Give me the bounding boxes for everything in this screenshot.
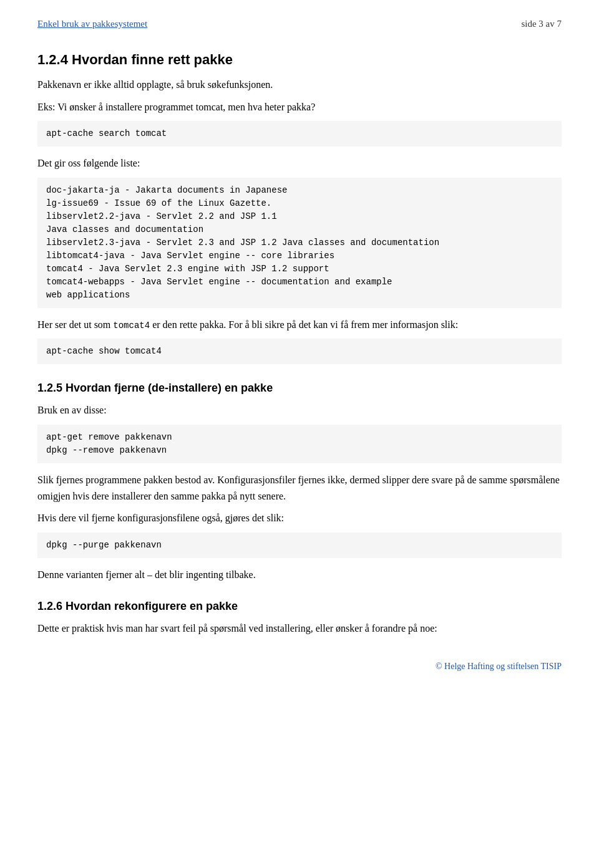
tomcat4-inline: tomcat4 [113, 321, 150, 330]
document-title: Enkel bruk av pakkesystemet [37, 19, 147, 29]
section-124-para2: Eks: Vi ønsker å installere programmet t… [37, 99, 562, 115]
footer-text: © Helge Hafting og stiftelsen TISIP [436, 662, 562, 671]
section-125-para1: Bruk en av disse: [37, 402, 562, 418]
remove-commands: apt-get remove pakkenavn dpkg --remove p… [37, 425, 562, 463]
apt-cache-show-command: apt-cache show tomcat4 [37, 339, 562, 364]
apt-cache-search-command: apt-cache search tomcat [37, 121, 562, 147]
list-label: Det gir oss følgende liste: [37, 155, 562, 171]
para3-prefix: Her ser det ut som [37, 319, 113, 330]
section-125-para2: Slik fjernes programmene pakken bestod a… [37, 472, 562, 504]
section-124-para3: Her ser det ut som tomcat4 er den rette … [37, 317, 562, 333]
section-125-heading: 1.2.5 Hvordan fjerne (de-installere) en … [37, 382, 562, 395]
page-header: Enkel bruk av pakkesystemet side 3 av 7 [37, 19, 562, 33]
section-126-heading: 1.2.6 Hvordan rekonfigurere en pakke [37, 600, 562, 613]
para3-suffix: er den rette pakka. For å bli sikre på d… [150, 319, 458, 330]
section-125-para3: Hvis dere vil fjerne konfigurasjonsfilen… [37, 510, 562, 526]
section-125-para4: Denne varianten fjerner alt – det blir i… [37, 567, 562, 583]
package-list: doc-jakarta-ja - Jakarta documents in Ja… [37, 178, 562, 308]
purge-command: dpkg --purge pakkenavn [37, 533, 562, 558]
section-124-heading: 1.2.4 Hvordan finne rett pakke [37, 52, 562, 68]
footer: © Helge Hafting og stiftelsen TISIP [37, 662, 562, 672]
section-124-para1: Pakkenavn er ikke alltid opplagte, så br… [37, 77, 562, 93]
page-number: side 3 av 7 [521, 19, 562, 29]
section-126-para1: Dette er praktisk hvis man har svart fei… [37, 620, 562, 637]
